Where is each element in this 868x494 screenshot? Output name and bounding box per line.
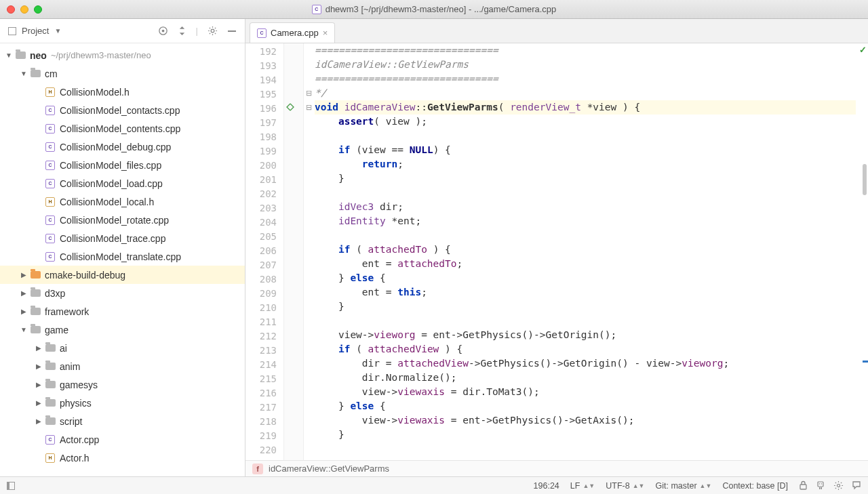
close-icon[interactable]: × bbox=[323, 28, 328, 38]
tab-label: Camera.cpp bbox=[271, 28, 319, 38]
project-view-icon[interactable] bbox=[8, 27, 16, 35]
tool-window-toggle-icon[interactable] bbox=[7, 482, 15, 490]
tab-file-icon: C bbox=[257, 28, 267, 38]
tree-node[interactable]: CCollisionModel_contacts.cpp bbox=[0, 101, 245, 119]
title-file-icon: C bbox=[312, 5, 321, 14]
tree-node[interactable]: ▶script bbox=[0, 412, 245, 430]
line-number-gutter[interactable]: 1921931941951961971981992002012022032042… bbox=[245, 43, 283, 460]
collapse-all-icon[interactable] bbox=[178, 26, 186, 36]
status-git-branch[interactable]: Git: master▲▼ bbox=[655, 481, 711, 491]
tree-node[interactable]: CCollisionModel_trace.cpp bbox=[0, 229, 245, 247]
svg-rect-4 bbox=[800, 485, 806, 489]
settings-sync-icon[interactable] bbox=[833, 480, 844, 491]
tree-node[interactable]: HCollisionModel_local.h bbox=[0, 192, 245, 211]
status-bar: 196:24 LF▲▼ UTF-8▲▼ Git: master▲▼ Contex… bbox=[0, 476, 868, 494]
tree-node[interactable]: ▶gamesys bbox=[0, 375, 245, 394]
fold-gutter[interactable]: ⊟⊟ bbox=[304, 43, 313, 460]
tree-node[interactable]: ▼game bbox=[0, 321, 245, 339]
status-line-ending[interactable]: LF▲▼ bbox=[570, 481, 595, 491]
window-title: dhewm3 [~/prj/dhewm3-master/neo] - .../g… bbox=[326, 4, 557, 14]
svg-point-7 bbox=[821, 483, 823, 485]
svg-point-6 bbox=[819, 483, 821, 485]
chevron-down-icon[interactable]: ▼ bbox=[54, 27, 61, 35]
tree-node[interactable]: ▶cmake-build-debug bbox=[0, 266, 245, 284]
svg-rect-8 bbox=[819, 487, 821, 489]
svg-rect-9 bbox=[821, 487, 823, 489]
scrollbar-thumb[interactable] bbox=[863, 164, 867, 195]
hector-icon[interactable] bbox=[816, 480, 825, 491]
status-cursor-pos[interactable]: 196:24 bbox=[534, 481, 559, 491]
hide-icon[interactable] bbox=[227, 26, 237, 36]
tree-node[interactable]: ▼cm bbox=[0, 64, 245, 83]
tree-node[interactable]: CCollisionModel_load.cpp bbox=[0, 174, 245, 192]
tree-node[interactable]: ▶ai bbox=[0, 339, 245, 357]
tree-node[interactable]: ▶framework bbox=[0, 302, 245, 321]
titlebar: C dhewm3 [~/prj/dhewm3-master/neo] - ...… bbox=[0, 0, 868, 19]
inspection-ok-icon[interactable]: ✓ bbox=[859, 45, 867, 55]
svg-point-1 bbox=[161, 30, 164, 33]
svg-point-10 bbox=[837, 484, 840, 487]
chat-icon[interactable] bbox=[852, 480, 861, 491]
project-sidebar: Project ▼ | ▼neo~/prj/dhewm3-master/neo▼… bbox=[0, 19, 245, 476]
svg-point-2 bbox=[211, 29, 214, 33]
marker-gutter[interactable] bbox=[283, 43, 304, 460]
tree-node[interactable]: ▶d3xp bbox=[0, 284, 245, 302]
tree-node[interactable]: CActor.cpp bbox=[0, 430, 245, 449]
tree-node[interactable]: ▶anim bbox=[0, 357, 245, 375]
code-editor[interactable]: ===============================idCameraV… bbox=[313, 43, 856, 460]
tree-node[interactable]: CCollisionModel_contents.cpp bbox=[0, 119, 245, 138]
tree-node[interactable]: CCollisionModel_files.cpp bbox=[0, 156, 245, 174]
svg-rect-5 bbox=[818, 482, 823, 487]
editor-tabs: C Camera.cpp × bbox=[245, 19, 868, 43]
status-encoding[interactable]: UTF-8▲▼ bbox=[606, 481, 644, 491]
lock-icon[interactable] bbox=[799, 480, 808, 491]
tree-node[interactable]: CCollisionModel_translate.cpp bbox=[0, 247, 245, 266]
tree-node[interactable]: CCollisionModel_rotate.cpp bbox=[0, 211, 245, 229]
tree-root[interactable]: ▼neo~/prj/dhewm3-master/neo bbox=[0, 46, 245, 64]
gear-icon[interactable] bbox=[208, 26, 218, 36]
window-close-button[interactable] bbox=[7, 5, 15, 14]
window-zoom-button[interactable] bbox=[34, 5, 42, 14]
breadcrumb-label: idCameraView::GetViewParms bbox=[269, 464, 389, 474]
project-tree[interactable]: ▼neo~/prj/dhewm3-master/neo▼cmHCollision… bbox=[0, 43, 245, 476]
svg-rect-3 bbox=[228, 30, 236, 32]
editor-breadcrumb[interactable]: f idCameraView::GetViewParms bbox=[245, 460, 868, 476]
tree-node[interactable]: CCollisionModel_debug.cpp bbox=[0, 138, 245, 156]
status-context[interactable]: Context: base [D] bbox=[722, 481, 788, 491]
tree-node[interactable]: HActor.h bbox=[0, 449, 245, 467]
locate-icon[interactable] bbox=[158, 26, 168, 36]
project-header-label[interactable]: Project bbox=[22, 26, 49, 36]
function-icon: f bbox=[252, 464, 263, 474]
tab-camera-cpp[interactable]: C Camera.cpp × bbox=[250, 22, 335, 43]
error-stripe[interactable]: ✓ bbox=[856, 43, 868, 460]
window-minimize-button[interactable] bbox=[20, 5, 28, 14]
tree-node[interactable]: ▶physics bbox=[0, 394, 245, 412]
stripe-marker[interactable] bbox=[863, 361, 868, 363]
tree-node[interactable]: HCollisionModel.h bbox=[0, 83, 245, 101]
